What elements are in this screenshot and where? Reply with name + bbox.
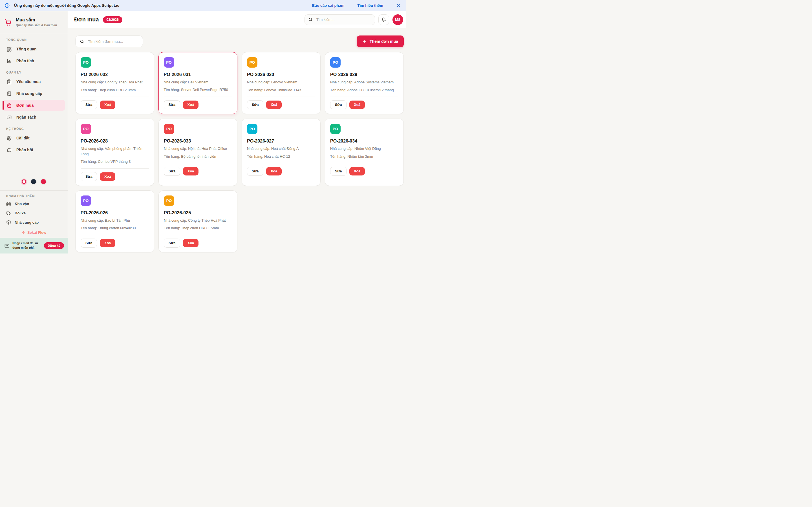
banner-text: Ứng dụng này do một người dùng Google Ap… xyxy=(14,3,119,8)
po-card[interactable]: PO PO-2026-032 Nhà cung cấp: Công ty Thé… xyxy=(75,52,154,114)
header-search-input[interactable] xyxy=(316,17,371,22)
delete-button[interactable]: Xoá xyxy=(266,101,282,109)
edit-button[interactable]: Sửa xyxy=(164,238,180,247)
notifications-button[interactable] xyxy=(378,14,389,25)
main-header: Đơn mua 03/2026 MS xyxy=(68,11,406,28)
delete-button[interactable]: Xoá xyxy=(100,172,115,181)
po-card[interactable]: PO PO-2026-025 Nhà cung cấp: Công ty Thé… xyxy=(158,190,238,252)
delete-button[interactable]: Xoá xyxy=(100,101,115,109)
sidebar-item-yeu-cau-mua[interactable]: Yêu cầu mua xyxy=(3,76,65,87)
po-badge: PO xyxy=(247,57,257,68)
signup-button[interactable]: Đăng ký xyxy=(44,242,64,249)
add-po-label: Thêm đơn mua xyxy=(370,39,398,44)
delete-button[interactable]: Xoá xyxy=(100,239,115,247)
po-code: PO-2026-032 xyxy=(81,72,149,77)
sidebar-item-tong-quan[interactable]: Tổng quan xyxy=(3,43,65,55)
sidebar-header: Mua sắm Quản lý Mua sắm & Đấu thầu xyxy=(0,11,68,33)
sekai-flow-link[interactable]: Sekai Flow xyxy=(0,227,68,238)
sidebar-item-cai-dat[interactable]: Cài đặt xyxy=(3,132,65,144)
sidebar-item-phan-tich[interactable]: Phân tích xyxy=(3,55,65,66)
theme-red-dot[interactable] xyxy=(41,179,46,184)
sidebar-item-label: Ngân sách xyxy=(16,115,36,119)
po-supplier: Nhà cung cấp: Lenovo Vietnam xyxy=(247,80,315,85)
package-icon xyxy=(6,220,11,225)
po-badge: PO xyxy=(81,195,91,206)
po-search-input[interactable] xyxy=(87,39,139,44)
nav-section-label: HỆ THỐNG xyxy=(0,123,68,132)
po-supplier: Nhà cung cấp: Nội thất Hòa Phát Office xyxy=(164,146,232,152)
po-badge: PO xyxy=(330,124,341,134)
truck-icon xyxy=(6,211,11,216)
plus-icon xyxy=(362,39,367,44)
card-actions: Sửa Xoá xyxy=(81,100,149,109)
discover-item-label: Nhà cung cấp xyxy=(15,220,39,224)
theme-dark-dot[interactable] xyxy=(31,179,36,184)
sidebar-item-don-mua[interactable]: Đơn mua xyxy=(3,100,65,111)
discover-item-nha-cung-cap-app[interactable]: Nhà cung cấp xyxy=(0,218,68,227)
card-divider xyxy=(330,97,398,97)
info-icon xyxy=(4,3,10,8)
delete-button[interactable]: Xoá xyxy=(183,167,199,175)
po-card[interactable]: PO PO-2026-026 Nhà cung cấp: Bao bì Tân … xyxy=(75,190,154,252)
content-area: Thêm đơn mua PO PO-2026-032 Nhà cung cấp… xyxy=(68,28,406,253)
delete-button[interactable]: Xoá xyxy=(349,101,365,109)
po-item: Tên hàng: Bộ bàn ghế nhân viên xyxy=(164,154,232,159)
card-actions: Sửa Xoá xyxy=(164,238,232,247)
po-card[interactable]: PO PO-2026-034 Nhà cung cấp: Nhôm Việt D… xyxy=(325,119,404,186)
theme-light-dot[interactable] xyxy=(22,179,26,184)
delete-button[interactable]: Xoá xyxy=(266,167,282,175)
edit-button[interactable]: Sửa xyxy=(247,100,263,109)
po-badge: PO xyxy=(247,124,257,134)
close-icon[interactable] xyxy=(396,3,401,8)
delete-button[interactable]: Xoá xyxy=(183,101,199,109)
po-item: Tên hàng: Thép cuộn HRC 1.5mm xyxy=(164,226,232,231)
po-item: Tên hàng: Lenovo ThinkPad T14s xyxy=(247,88,315,93)
discover-item-kho-van[interactable]: Kho vận xyxy=(0,199,68,209)
edit-button[interactable]: Sửa xyxy=(164,167,180,176)
card-actions: Sửa Xoá xyxy=(81,238,149,247)
edit-button[interactable]: Sửa xyxy=(330,167,347,176)
po-card[interactable]: PO PO-2026-033 Nhà cung cấp: Nội thất Hò… xyxy=(158,119,238,186)
po-supplier: Nhà cung cấp: Bao bì Tân Phú xyxy=(81,218,149,223)
po-card[interactable]: PO PO-2026-027 Nhà cung cấp: Hoá chất Đô… xyxy=(242,119,320,186)
delete-button[interactable]: Xoá xyxy=(349,167,365,175)
discover-section-label: KHÁM PHÁ THÊM xyxy=(0,191,68,199)
edit-button[interactable]: Sửa xyxy=(247,167,263,176)
app-shell: Mua sắm Quản lý Mua sắm & Đấu thầu TỔNG … xyxy=(0,11,406,253)
po-card[interactable]: PO PO-2026-029 Nhà cung cấp: Adobe Syste… xyxy=(325,52,404,114)
card-actions: Sửa Xoá xyxy=(164,100,232,109)
discover-item-doi-xe[interactable]: Đội xe xyxy=(0,209,68,218)
po-card[interactable]: PO PO-2026-030 Nhà cung cấp: Lenovo Viet… xyxy=(242,52,320,114)
sidebar-item-nha-cung-cap[interactable]: Nhà cung cấp xyxy=(3,88,65,99)
edit-button[interactable]: Sửa xyxy=(164,100,180,109)
po-card[interactable]: PO PO-2026-028 Nhà cung cấp: Văn phòng p… xyxy=(75,119,154,186)
add-po-button[interactable]: Thêm đơn mua xyxy=(357,36,404,47)
learn-more-link[interactable]: Tìm hiểu thêm xyxy=(357,3,383,8)
nav-section-label: QUẢN LÝ xyxy=(0,67,68,75)
edit-button[interactable]: Sửa xyxy=(81,100,97,109)
edit-button[interactable]: Sửa xyxy=(81,238,97,247)
po-code: PO-2026-026 xyxy=(81,210,149,216)
sidebar-item-ngan-sach[interactable]: Ngân sách xyxy=(3,112,65,123)
bell-icon xyxy=(381,17,386,22)
edit-button[interactable]: Sửa xyxy=(330,100,347,109)
po-badge: PO xyxy=(164,57,174,68)
po-supplier: Nhà cung cấp: Văn phòng phẩm Thiên Long xyxy=(81,146,149,157)
po-item: Tên hàng: Thùng carton 60x40x30 xyxy=(81,226,149,231)
po-supplier: Nhà cung cấp: Hoá chất Đông Á xyxy=(247,146,315,152)
header-search[interactable] xyxy=(305,14,375,25)
delete-button[interactable]: Xoá xyxy=(183,239,199,247)
app-title: Mua sắm xyxy=(16,17,57,22)
report-abuse-link[interactable]: Báo cáo sai phạm xyxy=(312,3,345,8)
po-badge: PO xyxy=(164,124,174,134)
edit-button[interactable]: Sửa xyxy=(81,172,97,181)
po-card[interactable]: PO PO-2026-031 Nhà cung cấp: Dell Vietna… xyxy=(158,52,238,114)
po-badge: PO xyxy=(81,57,91,68)
card-actions: Sửa Xoá xyxy=(330,100,398,109)
gear-icon xyxy=(6,135,12,141)
sidebar-item-phan-hoi[interactable]: Phản hồi xyxy=(3,144,65,156)
avatar[interactable]: MS xyxy=(393,14,403,25)
po-search[interactable] xyxy=(75,36,143,47)
po-code: PO-2026-025 xyxy=(164,210,232,216)
bell-icon xyxy=(381,17,386,22)
